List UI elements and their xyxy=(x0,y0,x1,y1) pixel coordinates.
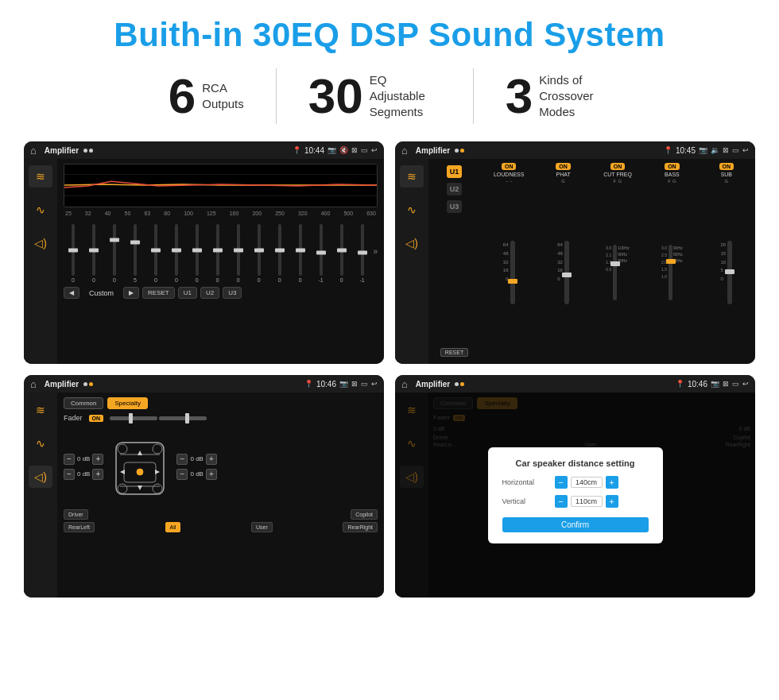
band-columns: ON LOUDNESS ~~ 644832160 xyxy=(483,163,752,360)
bass-on[interactable]: ON xyxy=(665,163,680,170)
screen2-dots xyxy=(455,149,464,153)
amp-left-icons: ≋ ∿ ◁) xyxy=(395,159,428,364)
wifi-icon-2: ⊠ xyxy=(723,146,729,154)
vertical-plus-btn[interactable]: + xyxy=(606,495,618,508)
eq-u1-btn[interactable]: U1 xyxy=(178,287,197,299)
screen1-body: ≋ ∿ ◁) xyxy=(24,159,384,364)
copilot-btn[interactable]: Copilot xyxy=(351,509,378,520)
stat-text-eq: EQ AdjustableSegments xyxy=(370,72,441,121)
eq-prev-btn[interactable]: ◀ xyxy=(64,287,79,299)
user-btn[interactable]: User xyxy=(251,522,273,532)
vol-rr-minus[interactable]: − xyxy=(176,469,188,480)
eq-preset-label: Custom xyxy=(83,288,120,299)
horizontal-minus-btn[interactable]: − xyxy=(555,476,568,489)
stats-row: 6 RCAOutputs 30 EQ AdjustableSegments 3 … xyxy=(24,68,755,124)
phat-label: PHAT xyxy=(556,172,571,177)
fader-main-area: Common Specialty Fader ON xyxy=(57,393,384,598)
loudness-slider[interactable] xyxy=(510,241,515,304)
eq-u2-btn[interactable]: U2 xyxy=(200,287,219,299)
wave-icon-3[interactable]: ∿ xyxy=(29,432,52,454)
screen4-time: 10:46 xyxy=(688,380,707,389)
svg-point-14 xyxy=(153,444,162,454)
eq-slider-12: 0 xyxy=(291,224,310,283)
screen4-distance: ⌂ Amplifier 📍 10:46 📷 ⊠ ▭ ↩ ≋ xyxy=(395,375,755,598)
battery-icon: ▭ xyxy=(361,146,368,154)
rearright-btn[interactable]: RearRight xyxy=(343,522,378,532)
fader-h-slider[interactable] xyxy=(110,416,157,420)
stat-crossover: 3 Kinds ofCrossover Modes xyxy=(474,72,642,121)
preset-u1[interactable]: U1 xyxy=(447,165,463,178)
screen1-time: 10:44 xyxy=(304,146,324,155)
vol-fr-plus[interactable]: + xyxy=(206,454,217,465)
screen2-title: Amplifier xyxy=(416,146,450,155)
phat-on[interactable]: ON xyxy=(556,163,571,170)
screen1-eq: ⌂ Amplifier 📍 10:44 📷 🔇 ⊠ ▭ ↩ xyxy=(24,141,384,364)
vol-fr-value: 0 dB xyxy=(190,455,203,462)
confirm-btn[interactable]: Confirm xyxy=(502,517,649,532)
fader-sliders xyxy=(110,416,207,420)
loudness-on[interactable]: ON xyxy=(502,163,517,170)
vol-fr-minus[interactable]: − xyxy=(176,454,188,465)
eq-icon[interactable]: ≋ xyxy=(29,165,52,188)
wave-icon-2[interactable]: ∿ xyxy=(400,199,424,221)
amp-reset-btn[interactable]: RESET xyxy=(440,348,468,357)
home-icon-4: ⌂ xyxy=(401,378,408,390)
screen1-status-bar: ⌂ Amplifier 📍 10:44 📷 🔇 ⊠ ▭ ↩ xyxy=(24,141,384,159)
more-icon: » xyxy=(374,247,378,256)
driver-btn[interactable]: Driver xyxy=(64,509,88,520)
tab-specialty[interactable]: Specialty xyxy=(107,397,147,409)
bass-slider-area: 3.02.52.01.51.0 90Hz80Hz70Hz xyxy=(661,185,683,360)
all-btn[interactable]: All xyxy=(165,522,181,532)
fader-on-badge[interactable]: ON xyxy=(89,415,104,422)
vol-fl-plus[interactable]: + xyxy=(92,454,103,465)
band-bass: ON BASS FG 3.02.52.01.51.0 xyxy=(646,163,697,360)
screen4-status-bar: ⌂ Amplifier 📍 10:46 📷 ⊠ ▭ ↩ xyxy=(395,375,755,393)
location-icon-4: 📍 xyxy=(676,380,684,388)
band-loudness: ON LOUDNESS ~~ 644832160 xyxy=(483,163,534,360)
vol-rl-plus[interactable]: + xyxy=(92,469,103,480)
cutfreq-slider1[interactable] xyxy=(613,245,617,300)
dot5 xyxy=(83,382,87,386)
rearleft-btn[interactable]: RearLeft xyxy=(64,522,95,532)
fader-h-slider2[interactable] xyxy=(159,416,207,420)
back-icon-4: ↩ xyxy=(742,380,749,388)
sub-on[interactable]: ON xyxy=(719,163,734,170)
speaker-btn-row1: Driver Copilot xyxy=(64,509,378,520)
preset-u3[interactable]: U3 xyxy=(447,200,463,213)
phat-slider[interactable] xyxy=(564,241,569,304)
speaker-icon[interactable]: ◁) xyxy=(29,232,52,254)
preset-u2[interactable]: U2 xyxy=(447,183,463,195)
screen4-status-right: 📍 10:46 📷 ⊠ ▭ ↩ xyxy=(676,380,749,389)
eq-icon-2[interactable]: ≋ xyxy=(400,165,424,188)
battery-icon-4: ▭ xyxy=(732,380,739,388)
vol-rl-minus[interactable]: − xyxy=(64,469,75,480)
dot6 xyxy=(89,382,93,386)
camera-icon-3: 📷 xyxy=(339,380,348,388)
volume-icon-3: ⊠ xyxy=(351,380,358,388)
eq-reset-btn[interactable]: RESET xyxy=(142,287,175,299)
tab-common[interactable]: Common xyxy=(64,397,103,409)
vertical-minus-btn[interactable]: − xyxy=(555,495,568,508)
sub-slider[interactable] xyxy=(727,241,732,304)
bass-slider1[interactable] xyxy=(669,245,672,300)
eq-main-area: 25 32 40 50 63 80 100 125 160 200 250 32… xyxy=(57,159,384,364)
eq-slider-15: -1 xyxy=(353,224,372,283)
back-icon-3: ↩ xyxy=(371,380,378,388)
wave-icon[interactable]: ∿ xyxy=(29,199,52,221)
cutfreq-on[interactable]: ON xyxy=(610,163,626,170)
eq-slider-9: 0 xyxy=(229,224,248,283)
vol-fl-minus[interactable]: − xyxy=(64,454,75,465)
svg-point-15 xyxy=(118,484,127,493)
screen3-dots xyxy=(83,382,93,386)
speaker-icon-2[interactable]: ◁) xyxy=(400,232,424,254)
eq-slider-5: 0 xyxy=(146,224,165,283)
car-diagram xyxy=(108,427,172,506)
vol-rr-plus[interactable]: + xyxy=(206,469,217,480)
speaker-icon-3[interactable]: ◁) xyxy=(29,466,52,488)
screen3-left-icons: ≋ ∿ ◁) xyxy=(24,393,57,598)
eq-next-btn[interactable]: ▶ xyxy=(123,287,139,299)
horizontal-plus-btn[interactable]: + xyxy=(606,476,618,489)
battery-icon-3: ▭ xyxy=(361,380,368,388)
eq-icon-3[interactable]: ≋ xyxy=(29,399,52,421)
eq-u3-btn[interactable]: U3 xyxy=(223,287,242,299)
